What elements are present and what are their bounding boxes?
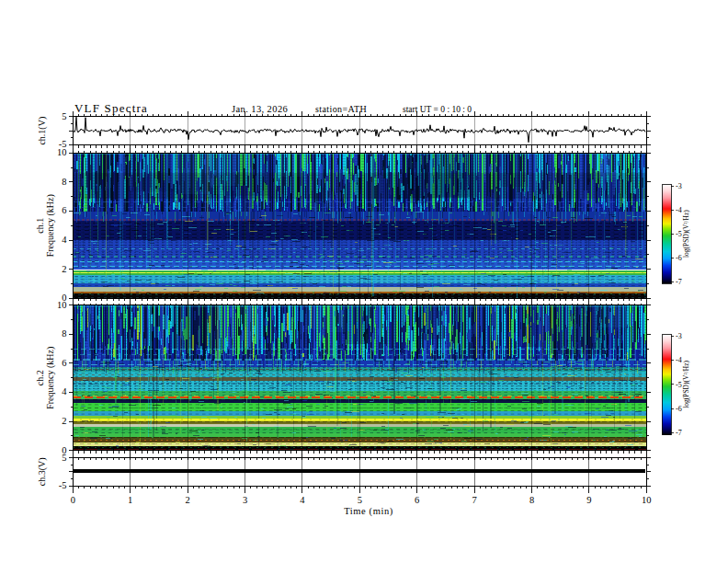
svg-text:Time (min): Time (min) [344, 506, 393, 517]
svg-text:2: 2 [62, 416, 66, 426]
svg-text:0: 0 [71, 495, 75, 505]
svg-text:2: 2 [185, 495, 189, 505]
svg-text:5: 5 [358, 495, 362, 505]
svg-text:6: 6 [62, 205, 66, 215]
svg-text:6: 6 [62, 358, 66, 368]
svg-text:log(PSD)(V²/Hz): log(PSD)(V²/Hz) [682, 360, 690, 408]
svg-text:VLF Spectra: VLF Spectra [74, 101, 148, 115]
svg-text:Frequency (kHz): Frequency (kHz) [45, 347, 56, 409]
svg-text:10: 10 [57, 147, 67, 157]
svg-text:start UT = 0 : 10 : 0: start UT = 0 : 10 : 0 [403, 105, 472, 114]
svg-text:ch.2: ch.2 [35, 370, 45, 385]
svg-text:1: 1 [128, 495, 132, 505]
svg-text:4: 4 [62, 235, 67, 245]
svg-text:ch.3(V): ch.3(V) [37, 457, 48, 486]
svg-text:10: 10 [57, 300, 67, 310]
svg-text:5: 5 [62, 453, 66, 463]
svg-text:4: 4 [300, 495, 305, 505]
svg-text:-5: -5 [59, 480, 67, 490]
svg-text:ch.1: ch.1 [35, 218, 45, 234]
svg-text:Frequency (kHz): Frequency (kHz) [45, 194, 56, 257]
svg-text:6: 6 [415, 495, 419, 505]
svg-text:3: 3 [243, 495, 247, 505]
svg-text:station=ATH: station=ATH [315, 104, 367, 114]
svg-text:-7: -7 [676, 278, 682, 286]
svg-text:7: 7 [472, 495, 476, 505]
svg-text:9: 9 [586, 495, 591, 505]
svg-text:-3: -3 [676, 332, 682, 340]
svg-text:Jan. 13, 2026: Jan. 13, 2026 [232, 104, 288, 114]
svg-text:8: 8 [62, 328, 66, 339]
svg-text:8: 8 [529, 495, 534, 505]
svg-text:ch.1(V): ch.1(V) [37, 117, 48, 145]
svg-text:-7: -7 [676, 429, 682, 437]
svg-text:5: 5 [62, 111, 66, 121]
svg-text:10: 10 [642, 495, 652, 505]
svg-text:4: 4 [62, 386, 67, 396]
svg-text:2: 2 [62, 264, 66, 274]
svg-text:log(PSD)(V²/Hz): log(PSD)(V²/Hz) [682, 210, 690, 258]
svg-text:-3: -3 [676, 182, 682, 190]
svg-text:8: 8 [62, 177, 66, 187]
